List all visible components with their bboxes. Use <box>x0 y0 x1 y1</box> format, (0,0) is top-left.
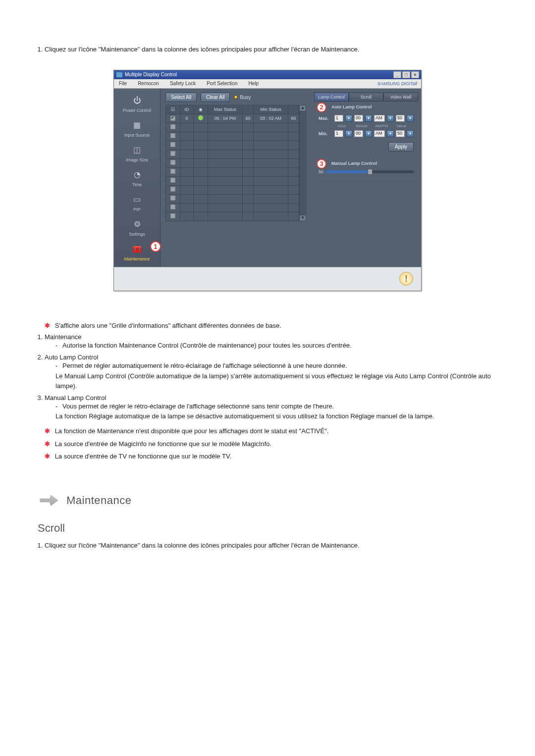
cell-id: 0 <box>180 114 193 123</box>
table-row[interactable] <box>166 167 299 176</box>
row-checkbox[interactable] <box>170 196 175 201</box>
row-checkbox[interactable] <box>170 133 175 138</box>
min-value-input[interactable]: 50 <box>396 130 405 137</box>
cell-max-status: 05 : 04 PM <box>208 114 243 123</box>
auto-lamp-max-row: Max. 1▾ 00▾ AM▾ 50▾ <box>319 115 414 122</box>
list-item: Manual Lamp Control Vous permet de régle… <box>45 394 500 421</box>
table-row[interactable]: 0 05 : 04 PM 60 03 : 02 AM 80 <box>166 114 299 123</box>
status-footer: ! <box>114 267 421 291</box>
table-row[interactable] <box>166 185 299 194</box>
note-magicinfo: ✱ La source d'entrée de MagicInfo ne fon… <box>45 439 500 449</box>
sidebar-item-label: PIP <box>116 207 158 212</box>
manual-lamp-slider-row: 50 <box>319 169 414 174</box>
scroll-up-icon[interactable]: ▲ <box>300 105 306 111</box>
star-icon: ✱ <box>45 322 50 329</box>
dropdown-icon[interactable]: ▾ <box>365 115 372 122</box>
intro-step-1: Cliquez sur l'icône "Maintenance" dans l… <box>45 541 500 551</box>
display-grid: ☑ ID ◉ Max Status Min Status 0 05 : 04 P… <box>165 105 299 221</box>
tab-scroll[interactable]: Scroll <box>349 93 383 101</box>
callout-badge-1: 1 <box>150 241 161 252</box>
star-icon: ✱ <box>45 427 50 435</box>
row-checkbox[interactable] <box>170 187 175 192</box>
intro-list: Cliquez sur l'icône "Maintenance" dans l… <box>45 45 500 55</box>
numbered-list: Maintenance Autorise la fonction Mainten… <box>45 333 500 421</box>
col-id: ID <box>180 105 193 114</box>
apply-button[interactable]: Apply <box>388 142 414 151</box>
sidebar-item-image-size[interactable]: ◫ Image Size <box>116 142 158 164</box>
callout-badge-3: 3 <box>317 159 326 169</box>
app-window: Multiple Display Control _ □ × File Remo… <box>113 70 422 291</box>
sidebar-item-maintenance[interactable]: 🧰 Maintenance 1 <box>116 241 158 263</box>
min-hour-input[interactable]: 1 <box>334 130 343 137</box>
auto-lamp-group: 2 Auto Lamp Control Max. 1▾ 00▾ AM▾ 50▾ … <box>314 107 418 158</box>
busy-label: Busy <box>240 95 251 100</box>
max-hour-input[interactable]: 1 <box>334 115 343 122</box>
tab-lamp-control[interactable]: Lamp Control <box>314 93 349 101</box>
sidebar-item-settings[interactable]: ⚙ Settings <box>116 216 158 238</box>
col-check[interactable]: ☑ <box>166 105 180 114</box>
select-all-button[interactable]: Select All <box>165 93 197 102</box>
sidebar-item-label: Power Control <box>116 108 158 113</box>
sidebar-item-label: Input Source <box>116 133 158 138</box>
busy-dot-icon <box>234 95 238 99</box>
row-checkbox[interactable] <box>170 213 175 218</box>
dropdown-icon[interactable]: ▾ <box>407 130 414 137</box>
maximize-button[interactable]: □ <box>402 71 410 78</box>
col-status: ◉ <box>194 105 208 114</box>
cell-min-val: 80 <box>288 114 299 123</box>
dropdown-icon[interactable]: ▾ <box>407 115 414 122</box>
max-value-input[interactable]: 50 <box>396 115 405 122</box>
menu-safety-lock[interactable]: Safety Lock <box>168 80 198 87</box>
minimize-button[interactable]: _ <box>393 71 401 78</box>
menu-help[interactable]: Help <box>246 80 261 87</box>
menu-remocon[interactable]: Remocon <box>136 80 161 87</box>
row-checkbox[interactable] <box>170 160 175 165</box>
table-row[interactable] <box>166 203 299 212</box>
max-ampm-input[interactable]: AM <box>374 115 385 122</box>
intro-list-2: Cliquez sur l'icône "Maintenance" dans l… <box>45 541 500 551</box>
table-row[interactable] <box>166 194 299 203</box>
row-checkbox[interactable] <box>170 142 175 147</box>
auto-lamp-title: Auto Lamp Control <box>329 104 374 109</box>
brand-label: SAMSUNG DIGITall <box>377 81 421 86</box>
sidebar-item-input-source[interactable]: ▦ Input Source <box>116 117 158 139</box>
dropdown-icon[interactable]: ▾ <box>365 130 372 137</box>
sidebar-item-label: Image Size <box>116 157 158 162</box>
slider-thumb[interactable] <box>368 169 373 175</box>
manual-lamp-slider[interactable] <box>326 170 414 173</box>
dropdown-icon[interactable]: ▾ <box>387 130 394 137</box>
menu-file[interactable]: File <box>117 80 129 87</box>
menu-port-selection[interactable]: Port Selection <box>205 80 239 87</box>
row-checkbox[interactable] <box>170 169 175 174</box>
col-min-val <box>288 105 299 114</box>
table-row[interactable] <box>166 212 299 221</box>
table-row[interactable] <box>166 158 299 167</box>
close-button[interactable]: × <box>411 71 419 78</box>
row-checkbox[interactable] <box>170 116 175 121</box>
dropdown-icon[interactable]: ▾ <box>345 115 352 122</box>
table-row[interactable] <box>166 176 299 185</box>
min-minute-input[interactable]: 00 <box>354 130 363 137</box>
manual-lamp-title: Manual Lamp Control <box>329 161 379 166</box>
table-row[interactable] <box>166 123 299 132</box>
min-ampm-input[interactable]: AM <box>374 130 385 137</box>
row-checkbox[interactable] <box>170 151 175 156</box>
row-checkbox[interactable] <box>170 178 175 183</box>
tab-video-wall[interactable]: Video Wall <box>383 93 418 101</box>
scroll-down-icon[interactable]: ▼ <box>300 215 306 221</box>
clear-all-button[interactable]: Clear All <box>201 93 230 102</box>
row-checkbox[interactable] <box>170 204 175 209</box>
sidebar-item-power-control[interactable]: ⏻ Power Control <box>116 93 158 114</box>
pip-icon: ▭ <box>129 193 145 206</box>
dropdown-icon[interactable]: ▾ <box>345 130 352 137</box>
sidebar-item-time[interactable]: ◔ Time <box>116 167 158 189</box>
max-minute-input[interactable]: 00 <box>354 115 363 122</box>
row-checkbox[interactable] <box>170 124 175 129</box>
sidebar-item-pip[interactable]: ▭ PIP <box>116 192 158 213</box>
col-min-status: Min Status <box>254 105 288 114</box>
table-row[interactable] <box>166 141 299 150</box>
dropdown-icon[interactable]: ▾ <box>387 115 394 122</box>
grid-scrollbar[interactable]: ▲ ▼ <box>299 105 306 221</box>
table-row[interactable] <box>166 150 299 158</box>
table-row[interactable] <box>166 132 299 141</box>
